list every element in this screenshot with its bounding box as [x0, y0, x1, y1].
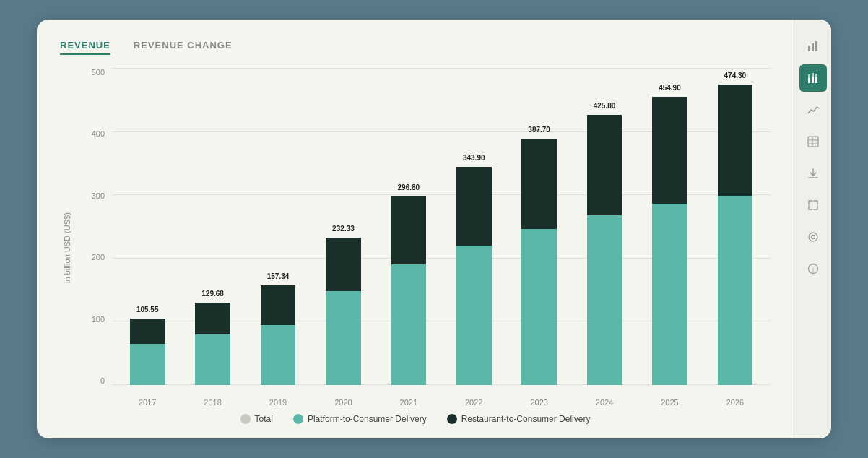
bar-teal-2021: [391, 264, 427, 385]
svg-rect-7: [815, 77, 817, 83]
chart-area: REVENUE REVENUE CHANGE in billion USD (U…: [37, 20, 794, 438]
bar-dark-2022: [456, 167, 492, 246]
bar-stack-2018: 129.68: [195, 303, 230, 385]
bar-dark-2018: [195, 303, 230, 334]
bar-group-2018: 129.68: [184, 303, 240, 385]
bar-stack-2017: 105.55: [130, 319, 165, 385]
svg-rect-8: [815, 74, 817, 77]
legend-color-total: [240, 414, 251, 424]
bar-stack-2021: 296.80: [391, 196, 427, 385]
bar-group-2019: 157.34: [250, 285, 306, 385]
x-label-2020: 2020: [315, 398, 371, 407]
svg-rect-1: [812, 43, 814, 51]
bar-teal-2025: [652, 204, 687, 385]
bar-group-2022: 343.90: [446, 167, 502, 385]
svg-text:i: i: [812, 266, 814, 273]
line-chart-icon[interactable]: [799, 96, 827, 124]
bar-dark-2026: [718, 85, 753, 196]
legend-label-platform: Platform-to-Consumer Delivery: [308, 414, 427, 424]
chart-body: 105.55129.68157.34232.33296.80343.90387.…: [112, 68, 771, 407]
bar-dark-2021: [391, 196, 427, 264]
bar-dark-2019: [261, 285, 296, 324]
y-label-400: 400: [92, 129, 105, 138]
bar-teal-2026: [718, 196, 753, 385]
bar-teal-2024: [587, 215, 622, 385]
y-axis: 500 400 300 200 100 0: [74, 68, 112, 407]
bar-group-2023: 387.70: [511, 139, 567, 385]
x-label-2017: 2017: [119, 398, 175, 407]
legend-color-restaurant: [447, 414, 457, 424]
svg-rect-4: [808, 74, 810, 78]
bar-label-2020: 232.33: [332, 225, 355, 233]
legend: Total Platform-to-Consumer Delivery Rest…: [60, 414, 771, 424]
bars-row: 105.55129.68157.34232.33296.80343.90387.…: [112, 68, 771, 385]
bar-stack-2024: 425.80: [587, 115, 622, 385]
bar-dark-2020: [326, 238, 361, 291]
bar-label-2022: 343.90: [463, 154, 485, 162]
bar-group-2024: 425.80: [576, 115, 633, 385]
x-label-2019: 2019: [250, 398, 306, 407]
table-icon[interactable]: [799, 128, 827, 155]
bar-group-2026: 474.30: [707, 85, 763, 385]
legend-item-restaurant: Restaurant-to-Consumer Delivery: [447, 414, 591, 424]
y-label-300: 300: [92, 191, 105, 200]
legend-item-platform: Platform-to-Consumer Delivery: [293, 414, 427, 424]
tabs: REVENUE REVENUE CHANGE: [60, 40, 771, 55]
bar-teal-2022: [456, 246, 492, 385]
bars-area: 105.55129.68157.34232.33296.80343.90387.…: [112, 68, 771, 407]
y-axis-title: in billion USD (US$): [60, 68, 74, 407]
bar-stack-2026: 474.30: [718, 85, 753, 385]
bar-stack-2022: 343.90: [456, 167, 492, 385]
y-label-200: 200: [92, 253, 105, 262]
y-label-500: 500: [92, 68, 105, 77]
legend-label-restaurant: Restaurant-to-Consumer Delivery: [461, 414, 591, 424]
info-icon[interactable]: i: [799, 255, 827, 282]
bar-teal-2017: [130, 344, 165, 385]
svg-rect-5: [812, 77, 814, 83]
bar-label-2019: 157.34: [267, 272, 290, 280]
x-label-2018: 2018: [184, 398, 240, 407]
x-label-2025: 2025: [641, 398, 698, 407]
bar-label-2025: 454.90: [659, 84, 681, 92]
bar-chart-icon[interactable]: [799, 33, 827, 60]
y-label-0: 0: [100, 376, 105, 385]
svg-point-14: [809, 233, 817, 241]
x-label-2026: 2026: [707, 398, 763, 407]
bar-teal-2019: [261, 325, 296, 385]
bar-label-2023: 387.70: [528, 126, 550, 134]
tab-revenue[interactable]: REVENUE: [60, 40, 110, 55]
legend-color-platform: [293, 414, 303, 424]
main-card: REVENUE REVENUE CHANGE in billion USD (U…: [37, 20, 831, 438]
bar-label-2024: 425.80: [594, 102, 616, 110]
bar-label-2018: 129.68: [201, 290, 224, 298]
bar-dark-2023: [521, 139, 557, 229]
y-label-100: 100: [92, 315, 105, 324]
bar-group-2017: 105.55: [119, 319, 175, 385]
x-label-2022: 2022: [446, 398, 502, 407]
chart-inner: in billion USD (US$) 500 400 300 200 100…: [60, 68, 771, 407]
svg-rect-6: [812, 73, 814, 77]
stacked-bar-icon[interactable]: [799, 64, 827, 92]
chart-container: in billion USD (US$) 500 400 300 200 100…: [60, 68, 771, 424]
svg-rect-3: [808, 78, 810, 83]
bar-stack-2025: 454.90: [652, 97, 687, 385]
bar-dark-2017: [130, 319, 165, 344]
x-label-2023: 2023: [511, 398, 567, 407]
bar-label-2021: 296.80: [398, 183, 420, 191]
bar-group-2021: 296.80: [381, 196, 437, 385]
bar-stack-2019: 157.34: [261, 285, 296, 385]
tab-revenue-change[interactable]: REVENUE CHANGE: [134, 40, 233, 55]
svg-rect-2: [815, 41, 817, 51]
x-label-2024: 2024: [576, 398, 633, 407]
bar-stack-2023: 387.70: [521, 139, 557, 385]
legend-item-total: Total: [240, 414, 273, 424]
bar-group-2025: 454.90: [641, 97, 698, 385]
sidebar-icons: i: [794, 20, 831, 438]
svg-point-15: [811, 236, 815, 239]
expand-icon[interactable]: [799, 191, 827, 219]
bar-label-2026: 474.30: [724, 72, 747, 79]
download-icon[interactable]: [799, 160, 827, 187]
bar-teal-2023: [521, 229, 557, 385]
bar-dark-2024: [587, 115, 622, 215]
filter-icon[interactable]: [799, 223, 827, 251]
